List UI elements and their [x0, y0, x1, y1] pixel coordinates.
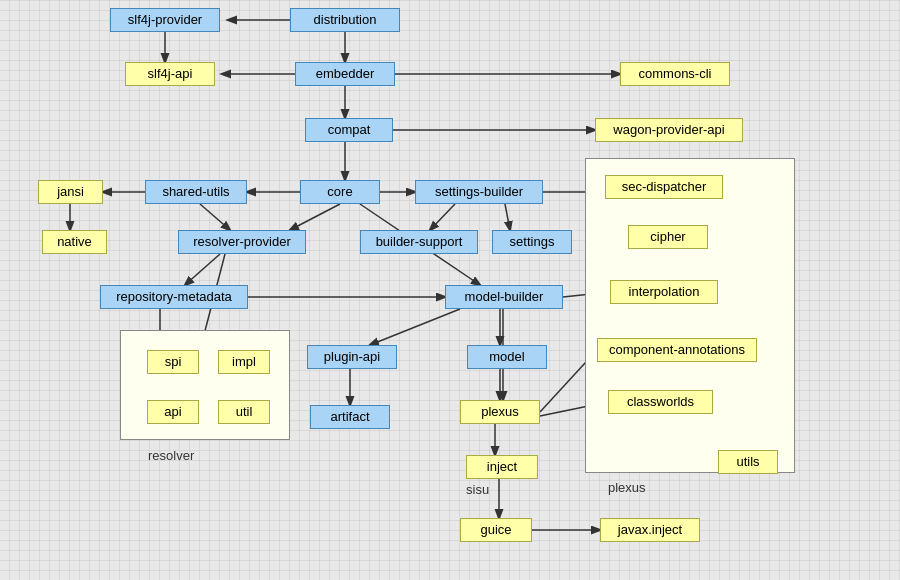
node-resolver-provider: resolver-provider: [178, 230, 306, 254]
node-jansi: jansi: [38, 180, 103, 204]
plexus-group: [585, 158, 795, 473]
node-artifact: artifact: [310, 405, 390, 429]
node-shared-utils: shared-utils: [145, 180, 247, 204]
svg-line-35: [200, 204, 230, 230]
node-repository-metadata: repository-metadata: [100, 285, 248, 309]
node-compat: compat: [305, 118, 393, 142]
node-javax-inject: javax.inject: [600, 518, 700, 542]
node-sec-dispatcher: sec-dispatcher: [605, 175, 723, 199]
svg-line-20: [185, 254, 220, 285]
resolver-label: resolver: [148, 448, 194, 463]
node-component-annotations: component-annotations: [597, 338, 757, 362]
node-native: native: [42, 230, 107, 254]
svg-line-15: [430, 204, 455, 230]
node-model-builder: model-builder: [445, 285, 563, 309]
node-settings: settings: [492, 230, 572, 254]
plexus-label: plexus: [608, 480, 646, 495]
node-settings-builder: settings-builder: [415, 180, 543, 204]
node-slf4j-provider: slf4j-provider: [110, 8, 220, 32]
node-model: model: [467, 345, 547, 369]
node-utils: utils: [718, 450, 778, 474]
node-core: core: [300, 180, 380, 204]
node-plugin-api: plugin-api: [307, 345, 397, 369]
node-impl: impl: [218, 350, 270, 374]
node-classworlds: classworlds: [608, 390, 713, 414]
node-builder-support: builder-support: [360, 230, 478, 254]
sisu-label: sisu: [466, 482, 489, 497]
node-distribution: distribution: [290, 8, 400, 32]
node-plexus-sisu: plexus: [460, 400, 540, 424]
node-util: util: [218, 400, 270, 424]
node-cipher: cipher: [628, 225, 708, 249]
svg-line-14: [290, 204, 340, 230]
node-embedder: embedder: [295, 62, 395, 86]
node-inject: inject: [466, 455, 538, 479]
node-spi: spi: [147, 350, 199, 374]
svg-line-23: [370, 309, 460, 345]
svg-line-16: [505, 204, 510, 230]
node-commons-cli: commons-cli: [620, 62, 730, 86]
node-wagon-provider-api: wagon-provider-api: [595, 118, 743, 142]
node-slf4j-api: slf4j-api: [125, 62, 215, 86]
node-guice: guice: [460, 518, 532, 542]
node-interpolation: interpolation: [610, 280, 718, 304]
node-api: api: [147, 400, 199, 424]
